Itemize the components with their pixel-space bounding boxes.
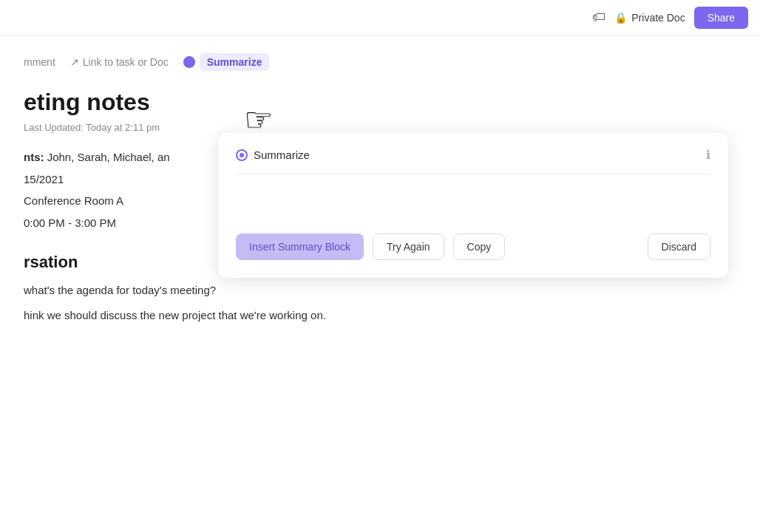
info-icon[interactable]: ℹ [706,148,710,162]
page-title: eting notes [24,89,736,116]
attendees-label: nts: [24,151,44,163]
time-value: 0:00 PM - 3:00 PM [24,216,116,229]
conversation-body: what's the agenda for today's meeting? h… [24,281,736,324]
insert-summary-button[interactable]: Insert Summary Block [236,233,364,260]
private-doc-button[interactable]: 🔒 Private Doc [614,12,685,24]
try-again-button[interactable]: Try Again [373,233,444,260]
comment-label: mment [24,56,55,68]
location-value: Conference Room A [24,194,123,207]
panel-dot-icon [236,149,248,161]
toolbar-row: mment ↗ Link to task or Doc Summarize [24,53,736,71]
private-doc-label: Private Doc [631,12,685,24]
summarize-dot-icon [183,56,195,68]
top-bar: 🏷 🔒 Private Doc Share [0,0,760,35]
share-button[interactable]: Share [694,7,748,29]
lock-icon: 🔒 [614,12,627,24]
attendees-value: John, Sarah, Michael, an [47,151,170,163]
panel-divider [236,174,710,174]
main-content: mment ↗ Link to task or Doc Summarize et… [0,35,760,532]
convo-line-1: what's the agenda for today's meeting? [24,281,736,300]
link-icon: ↗ [70,56,79,68]
toolbar-link[interactable]: ↗ Link to task or Doc [70,56,169,68]
copy-button[interactable]: Copy [453,233,506,260]
date-value: 15/2021 [24,173,64,185]
panel-actions: Insert Summary Block Try Again Copy Disc… [236,233,710,260]
panel-header: Summarize ℹ [236,148,710,162]
tag-icon[interactable]: 🏷 [592,10,605,25]
toolbar-summarize[interactable]: Summarize [183,53,270,71]
last-updated: Last Updated: Today at 2:11 pm [24,122,736,133]
toolbar-comment[interactable]: mment [24,56,55,68]
summarize-label: Summarize [200,53,270,71]
discard-button[interactable]: Discard [648,233,710,260]
convo-line-2: hink we should discuss the new project t… [24,306,736,325]
panel-title-row: Summarize [236,149,310,161]
summarize-panel: Summarize ℹ Insert Summary Block Try Aga… [218,133,728,278]
link-label: Link to task or Doc [83,56,169,68]
panel-title: Summarize [254,149,310,161]
